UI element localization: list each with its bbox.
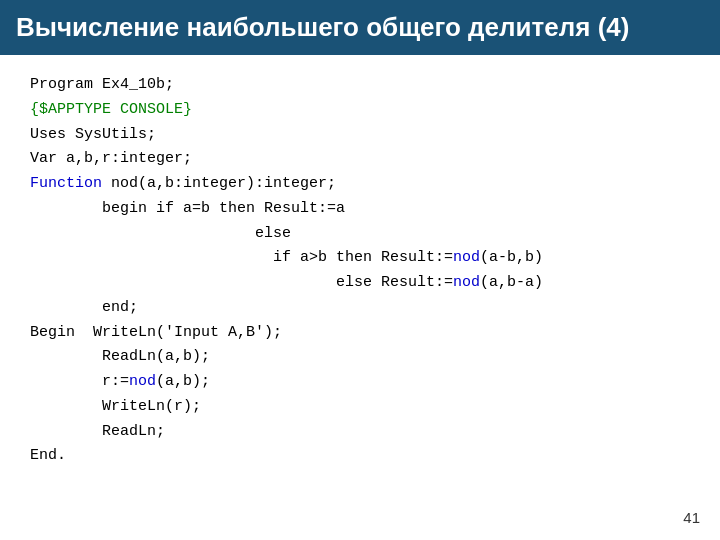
code-line-1: Program Ex4_10b; bbox=[30, 73, 690, 98]
code-block: Program Ex4_10b; {$APPTYPE CONSOLE} Uses… bbox=[30, 73, 690, 469]
code-text-1: Program Ex4_10b; bbox=[30, 76, 174, 93]
code-text-4: Var a,b,r:integer; bbox=[30, 150, 192, 167]
code-text-10: end; bbox=[30, 299, 138, 316]
code-text-8a: if a>b then Result:= bbox=[30, 249, 453, 266]
slide-header: Вычисление наибольшего общего делителя (… bbox=[0, 0, 720, 55]
code-text-11: Begin WriteLn('Input A,B'); bbox=[30, 324, 282, 341]
keyword-nod-2: nod bbox=[453, 274, 480, 291]
keyword-function: Function bbox=[30, 175, 102, 192]
keyword-nod-1: nod bbox=[453, 249, 480, 266]
code-text-16: End. bbox=[30, 447, 66, 464]
keyword-nod-3: nod bbox=[129, 373, 156, 390]
code-line-6: begin if a=b then Result:=a bbox=[30, 197, 690, 222]
code-text-14: WriteLn(r); bbox=[30, 398, 201, 415]
code-line-14: WriteLn(r); bbox=[30, 395, 690, 420]
code-line-7: else bbox=[30, 222, 690, 247]
code-line-5: Function nod(a,b:integer):integer; bbox=[30, 172, 690, 197]
code-line-2: {$APPTYPE CONSOLE} bbox=[30, 98, 690, 123]
code-line-9: else Result:=nod(a,b-a) bbox=[30, 271, 690, 296]
code-line-3: Uses SysUtils; bbox=[30, 123, 690, 148]
code-text-8b: (a-b,b) bbox=[480, 249, 543, 266]
code-text-12: ReadLn(a,b); bbox=[30, 348, 210, 365]
page-number: 41 bbox=[683, 509, 700, 526]
slide-title: Вычисление наибольшего общего делителя (… bbox=[16, 12, 629, 43]
code-text-3: Uses SysUtils; bbox=[30, 126, 156, 143]
code-text-9b: (a,b-a) bbox=[480, 274, 543, 291]
code-line-13: r:=nod(a,b); bbox=[30, 370, 690, 395]
code-content: Program Ex4_10b; {$APPTYPE CONSOLE} Uses… bbox=[0, 55, 720, 479]
code-text-7: else bbox=[30, 225, 291, 242]
code-text-2: {$APPTYPE CONSOLE} bbox=[30, 101, 192, 118]
code-line-15: ReadLn; bbox=[30, 420, 690, 445]
code-text-13a: r:= bbox=[30, 373, 129, 390]
code-text-15: ReadLn; bbox=[30, 423, 165, 440]
code-text-5: nod(a,b:integer):integer; bbox=[102, 175, 336, 192]
code-line-8: if a>b then Result:=nod(a-b,b) bbox=[30, 246, 690, 271]
code-line-12: ReadLn(a,b); bbox=[30, 345, 690, 370]
code-text-6: begin if a=b then Result:=a bbox=[30, 200, 345, 217]
slide: Вычисление наибольшего общего делителя (… bbox=[0, 0, 720, 540]
code-line-10: end; bbox=[30, 296, 690, 321]
code-line-16: End. bbox=[30, 444, 690, 469]
code-text-9a: else Result:= bbox=[30, 274, 453, 291]
code-text-13b: (a,b); bbox=[156, 373, 210, 390]
code-line-11: Begin WriteLn('Input A,B'); bbox=[30, 321, 690, 346]
code-line-4: Var a,b,r:integer; bbox=[30, 147, 690, 172]
